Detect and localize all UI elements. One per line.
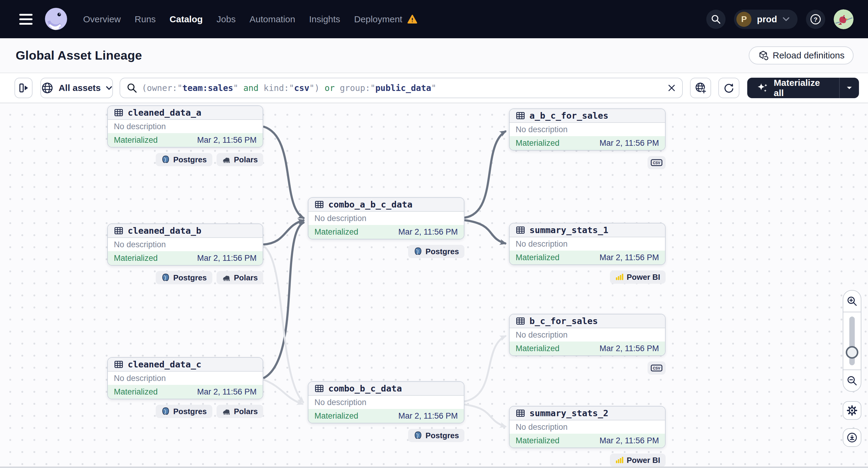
table-icon (314, 200, 324, 209)
save-selection-button[interactable] (690, 78, 711, 98)
asset-node-b_c_for_sales[interactable]: b_c_for_sales No description Materialize… (509, 314, 665, 356)
help-button[interactable]: ? (806, 10, 825, 29)
status-timestamp: Mar 2, 11:56 PM (197, 254, 257, 263)
postgres-icon (161, 273, 170, 282)
download-graph-button[interactable] (843, 428, 861, 447)
asset-name: summary_stats_1 (529, 225, 609, 235)
asset-search-input[interactable]: (owner:"team:sales" and kind:"csv") or g… (120, 78, 683, 98)
nav-item-automation[interactable]: Automation (249, 14, 295, 24)
status-timestamp: Mar 2, 11:56 PM (197, 387, 257, 397)
user-avatar[interactable] (834, 9, 854, 29)
status-label: Materialized (516, 138, 560, 148)
asset-name: combo_a_b_c_data (328, 199, 412, 210)
clear-icon[interactable] (667, 84, 676, 92)
refresh-button[interactable] (718, 78, 739, 98)
globe-add-icon (694, 82, 707, 94)
polars-bear-icon (222, 407, 231, 415)
status-timestamp: Mar 2, 11:56 PM (398, 411, 458, 421)
status-timestamp: Mar 2, 11:56 PM (398, 227, 458, 237)
settings-icon (846, 404, 858, 416)
asset-node-header: cleaned_data_b (108, 224, 262, 238)
asset-node-cleaned_data_b[interactable]: cleaned_data_b No description Materializ… (107, 223, 263, 266)
dagster-logo[interactable] (43, 7, 69, 32)
tag-polars: Polars (217, 153, 264, 166)
deployment-switcher[interactable]: P prod (734, 10, 798, 29)
zoom-in-button[interactable] (843, 291, 861, 312)
page-header: Global Asset Lineage Reload definitions (0, 38, 868, 73)
table-icon (114, 108, 123, 118)
lineage-graph-canvas[interactable]: cleaned_data_a No description Materializ… (0, 104, 868, 468)
materialize-all-button[interactable]: Materialize all (747, 78, 859, 98)
status-label: Materialized (314, 227, 359, 237)
nav-item-catalog[interactable]: Catalog (169, 14, 203, 24)
asset-node-combo_b_c_data[interactable]: combo_b_c_data No description Materializ… (308, 381, 464, 424)
status-timestamp: Mar 2, 11:56 PM (197, 135, 257, 145)
tag-polars: Polars (217, 405, 264, 418)
edge-combo_a_b_c_data-to-summary_stats_1 (464, 220, 506, 244)
asset-node-cleaned_data_a[interactable]: cleaned_data_a No description Materializ… (107, 105, 263, 148)
edge-combo_a_b_c_data-to-a_b_c_for_sales (464, 131, 506, 218)
asset-node-summary_stats_1[interactable]: summary_stats_1 No description Materiali… (509, 223, 665, 265)
asset-description: No description (509, 237, 665, 251)
asset-status-bar: Materialized Mar 2, 11:56 PM (108, 251, 262, 265)
edge-cleaned_data_a-to-combo_a_b_c_data (263, 126, 304, 218)
tag-postgres: Postgres (408, 245, 464, 258)
asset-status-bar: Materialized Mar 2, 11:56 PM (108, 133, 262, 147)
svg-text:CSV: CSV (653, 161, 660, 165)
top-nav: OverviewRunsCatalogJobsAutomationInsight… (0, 0, 868, 38)
asset-node-header: cleaned_data_c (108, 358, 262, 372)
status-label: Materialized (114, 254, 158, 263)
table-icon (516, 316, 525, 326)
nav-item-overview[interactable]: Overview (83, 14, 121, 24)
nav-item-insights[interactable]: Insights (309, 14, 340, 24)
open-panel-button[interactable] (14, 78, 33, 98)
nav-links: OverviewRunsCatalogJobsAutomationInsight… (83, 14, 417, 24)
asset-description: No description (108, 120, 262, 133)
asset-node-a_b_c_for_sales[interactable]: a_b_c_for_sales No description Materiali… (509, 108, 665, 151)
asset-tag-row: PostgresPolars (156, 405, 263, 418)
nav-item-jobs[interactable]: Jobs (217, 14, 236, 24)
nav-item-deployment[interactable]: Deployment (354, 14, 417, 24)
sparkles-icon (756, 81, 769, 95)
asset-name: a_b_c_for_sales (529, 111, 609, 121)
status-label: Materialized (114, 135, 158, 145)
tag-powerbi: Power BI (610, 271, 665, 284)
download-icon (846, 432, 858, 444)
globe-icon (41, 82, 54, 94)
asset-tag-row: Postgres (408, 429, 464, 442)
refresh-icon (723, 82, 735, 94)
csv-icon: CSV (651, 364, 662, 372)
asset-status-bar: Materialized Mar 2, 11:56 PM (509, 342, 665, 355)
asset-status-bar: Materialized Mar 2, 11:56 PM (509, 434, 665, 447)
deployment-initial: P (736, 12, 751, 27)
zoom-slider[interactable] (843, 312, 861, 370)
asset-name: cleaned_data_c (128, 359, 201, 370)
asset-node-cleaned_data_c[interactable]: cleaned_data_c No description Materializ… (107, 357, 263, 399)
tag-polars: Polars (217, 271, 264, 284)
asset-node-combo_a_b_c_data[interactable]: combo_a_b_c_data No description Material… (308, 197, 464, 240)
status-label: Materialized (516, 344, 560, 353)
asset-node-header: combo_b_c_data (308, 382, 464, 396)
nav-item-runs[interactable]: Runs (135, 14, 156, 24)
asset-node-header: summary_stats_1 (509, 223, 665, 237)
asset-scope-label: All assets (58, 83, 101, 93)
asset-node-summary_stats_2[interactable]: summary_stats_2 No description Materiali… (509, 406, 665, 448)
asset-node-header: a_b_c_for_sales (509, 109, 665, 123)
asset-description: No description (108, 372, 262, 385)
asset-tag-row: CSV (648, 362, 665, 375)
asset-scope-dropdown[interactable]: All assets (40, 78, 113, 98)
status-timestamp: Mar 2, 11:56 PM (599, 436, 659, 445)
edge-cleaned_data_b-to-combo_b_c_data (263, 246, 304, 403)
asset-description: No description (308, 396, 464, 409)
zoom-out-button[interactable] (843, 370, 861, 391)
materialize-options-button[interactable] (840, 78, 859, 98)
asset-tag-row: CSV (648, 156, 665, 169)
reload-definitions-button[interactable]: Reload definitions (749, 46, 854, 64)
zoom-slider-handle[interactable] (846, 346, 858, 359)
search-button[interactable] (706, 10, 725, 29)
graph-settings-button[interactable] (843, 401, 861, 420)
hamburger-icon[interactable] (19, 14, 33, 25)
asset-description: No description (308, 212, 464, 225)
asset-status-bar: Materialized Mar 2, 11:56 PM (308, 409, 464, 423)
tag-postgres: Postgres (156, 153, 212, 166)
